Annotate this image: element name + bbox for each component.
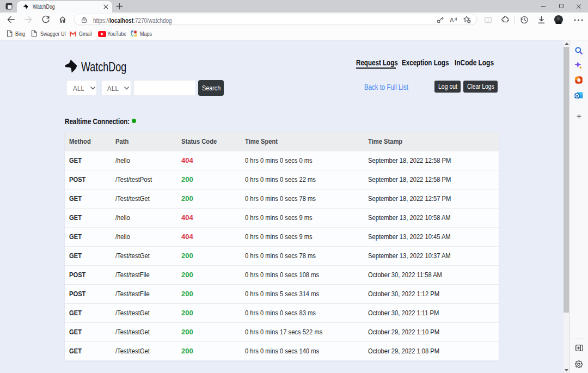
svg-text:A: A — [450, 17, 454, 23]
